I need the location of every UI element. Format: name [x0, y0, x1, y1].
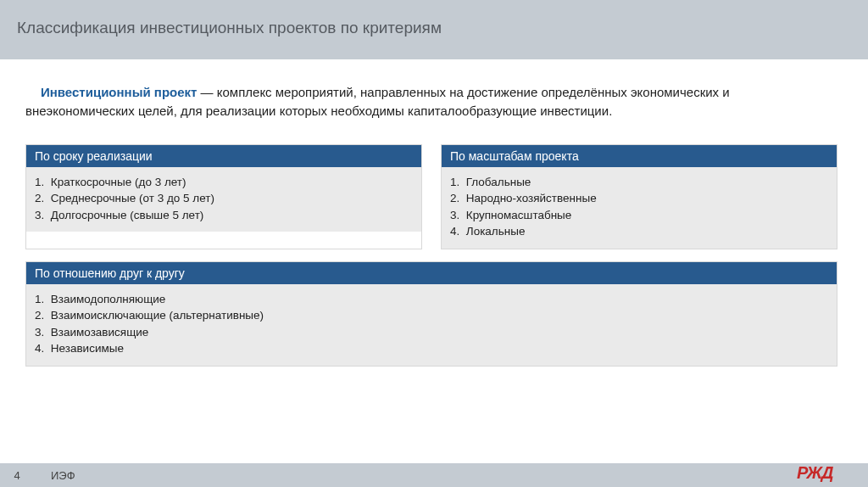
list-item: Взаимозависящие: [35, 324, 828, 341]
box-duration-body: Краткосрочные (до 3 лет) Среднесрочные (…: [26, 167, 421, 232]
box-duration: По сроку реализации Краткосрочные (до 3 …: [25, 144, 422, 249]
slide-content: Инвестиционный проект — комплекс меропри…: [0, 59, 868, 375]
slide-footer: 4 ИЭФ: [0, 463, 868, 487]
list-item: Взаимоисключающие (альтернативные): [35, 307, 828, 324]
box-scale-header: По масштабам проекта: [442, 145, 837, 167]
list-item: Глобальные: [450, 174, 828, 191]
definition-paragraph: Инвестиционный проект — комплекс меропри…: [25, 83, 837, 120]
slide-title: Классификация инвестиционных проектов по…: [17, 19, 442, 36]
rzd-logo: РЖД: [797, 463, 856, 484]
boxes-row-1: По сроку реализации Краткосрочные (до 3 …: [25, 144, 837, 249]
list-item: Среднесрочные (от 3 до 5 лет): [35, 190, 413, 207]
logo-text-svg: РЖД: [797, 463, 833, 482]
footer-label: ИЭФ: [51, 469, 75, 482]
list-item: Локальные: [450, 223, 828, 240]
box-duration-header: По сроку реализации: [26, 145, 421, 167]
list-item: Краткосрочные (до 3 лет): [35, 174, 413, 191]
page-number: 4: [0, 469, 34, 482]
list-item: Народно-хозяйственные: [450, 190, 828, 207]
list-item: Независимые: [35, 340, 828, 357]
list-item: Долгосрочные (свыше 5 лет): [35, 207, 413, 224]
box-relation-body: Взаимодополняющие Взаимоисключающие (аль…: [26, 284, 837, 366]
box-relation-header: По отношению друг к другу: [26, 262, 837, 284]
box-relation: По отношению друг к другу Взаимодополняю…: [25, 261, 837, 367]
slide-title-bar: Классификация инвестиционных проектов по…: [0, 0, 868, 59]
list-item: Крупномасштабные: [450, 207, 828, 224]
list-item: Взаимодополняющие: [35, 291, 828, 308]
box-scale: По масштабам проекта Глобальные Народно-…: [441, 144, 837, 249]
box-scale-body: Глобальные Народно-хозяйственные Крупном…: [442, 167, 837, 249]
definition-term: Инвестиционный проект: [25, 85, 197, 99]
